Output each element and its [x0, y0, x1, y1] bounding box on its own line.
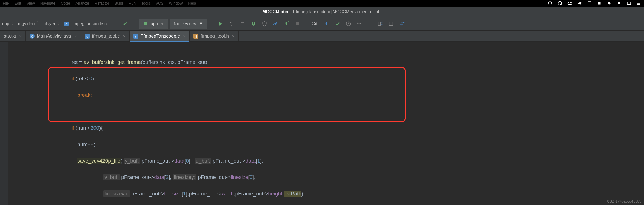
tab-ffmpeg-tool-h[interactable]: H ffmpeg_tool.h × — [190, 31, 238, 41]
svg-rect-8 — [296, 22, 299, 25]
svg-text:c: c — [65, 22, 67, 25]
git-rollback-icon[interactable] — [355, 20, 363, 28]
tab-label: MainActivity.java — [37, 33, 71, 39]
breadcrumb-item[interactable]: mgvideo — [18, 21, 35, 26]
tab-ffmpegtanscode-c[interactable]: c FfmpegTanscode.c × — [130, 31, 190, 41]
tab-sts-txt[interactable]: sts.txt × — [0, 31, 26, 41]
status-icon — [636, 1, 641, 6]
c-file-icon: c — [85, 34, 90, 39]
svg-point-12 — [403, 22, 404, 23]
close-icon[interactable]: × — [19, 34, 22, 38]
tab-label: ffmpeg_tool.c — [92, 33, 120, 39]
git-commit-icon[interactable] — [333, 20, 341, 28]
titlebar-text: MGCCMedia – FfmpegTanscode.c [MGCCMedia.… — [262, 9, 382, 14]
device-selector[interactable]: No Devices ▼ — [170, 19, 207, 29]
watermark: CSDN @baoyu45585 — [607, 199, 641, 203]
tab-label: ffmpeg_tool.h — [201, 33, 229, 39]
device-label: No Devices — [174, 21, 196, 26]
svg-point-0 — [548, 2, 552, 5]
h-file-icon: H — [193, 34, 198, 39]
cloud-icon[interactable] — [567, 1, 572, 6]
stop-icon[interactable] — [293, 20, 301, 28]
tab-mainactivity[interactable]: C MainActivity.java × — [26, 31, 81, 41]
apply-changes-icon[interactable] — [227, 20, 236, 28]
svg-rect-1 — [588, 2, 591, 5]
attach-debugger-icon[interactable] — [282, 20, 290, 28]
menu-item[interactable]: Window — [169, 1, 183, 5]
menu-item[interactable]: Help — [188, 1, 196, 5]
code-line: num++; — [11, 140, 644, 149]
run-config-selector[interactable]: app ▼ — [139, 19, 168, 29]
code-line: ret = av_buffersink_get_frame(buffersink… — [11, 58, 644, 66]
menu-item[interactable]: Analyze — [76, 1, 89, 5]
main-toolbar: cpp〉 mgvideo〉 player〉 c FfmpegTanscode.c… — [0, 17, 644, 31]
sync-project-icon[interactable] — [398, 20, 406, 28]
status-icon — [607, 1, 612, 6]
menu-item[interactable]: View — [27, 1, 35, 5]
code-line: if (ret < 0) — [11, 75, 644, 83]
svg-text:C: C — [31, 35, 33, 38]
menu-item[interactable]: Code — [61, 1, 70, 5]
android-icon — [143, 21, 148, 26]
debug-icon[interactable] — [249, 20, 258, 28]
github-icon[interactable] — [557, 1, 562, 6]
toolbar-divider — [306, 20, 306, 28]
status-icon — [597, 1, 602, 6]
breadcrumb[interactable]: cpp〉 mgvideo〉 player〉 c FfmpegTanscode.c — [2, 21, 107, 27]
code-line: if (num<200){ — [11, 124, 644, 132]
window-titlebar: MGCCMedia – FfmpegTanscode.c [MGCCMedia.… — [0, 7, 644, 17]
menu-item[interactable]: Navigate — [40, 1, 55, 5]
build-icon[interactable] — [121, 20, 130, 28]
breadcrumb-item[interactable]: player — [43, 21, 55, 26]
breadcrumb-item[interactable]: FfmpegTanscode.c — [70, 21, 107, 26]
editor-gutter[interactable] — [0, 42, 8, 205]
svg-point-3 — [608, 2, 611, 5]
status-icon — [587, 1, 592, 6]
menu-item[interactable]: Build — [115, 1, 123, 5]
close-icon[interactable]: × — [232, 34, 235, 38]
c-file-icon: c — [133, 34, 138, 39]
tab-ffmpeg-tool-c[interactable]: c ffmpeg_tool.c × — [81, 31, 130, 41]
git-pull-icon[interactable] — [322, 20, 330, 28]
menu-item[interactable]: VCS — [156, 1, 164, 5]
svg-text:H: H — [195, 35, 197, 38]
svg-rect-5 — [627, 2, 631, 5]
code-line: v_buf: pFrame_out->data[2], linesizey: p… — [11, 173, 644, 181]
code-line — [11, 107, 644, 116]
close-icon[interactable]: × — [183, 34, 186, 38]
apply-code-changes-icon[interactable] — [238, 20, 247, 28]
chevron-down-icon: ▼ — [199, 21, 203, 26]
code-line: break; — [11, 91, 644, 99]
svg-rect-2 — [598, 2, 601, 5]
svg-text:c: c — [86, 35, 88, 38]
menu-item[interactable]: Tools — [141, 1, 150, 5]
menu-item[interactable]: Edit — [15, 1, 21, 5]
run-icon[interactable] — [216, 20, 225, 28]
tab-label: FfmpegTanscode.c — [141, 33, 180, 39]
git-history-icon[interactable] — [344, 20, 352, 28]
plane-icon[interactable] — [577, 1, 582, 6]
svg-rect-4 — [618, 2, 620, 4]
menu-item[interactable]: Run — [129, 1, 136, 5]
status-icon — [617, 1, 622, 6]
profiler-icon[interactable] — [271, 20, 280, 28]
menu-item[interactable]: Refactor — [95, 1, 109, 5]
menu-item[interactable]: File — [3, 1, 9, 5]
java-file-icon: C — [30, 34, 35, 39]
svg-text:c: c — [135, 35, 137, 38]
close-icon[interactable]: × — [123, 34, 126, 38]
sdk-manager-icon[interactable] — [387, 20, 395, 28]
editor-tabs: sts.txt × C MainActivity.java × c ffmpeg… — [0, 31, 644, 42]
status-icon — [626, 1, 631, 6]
system-menubar: File Edit View Navigate Code Analyze Ref… — [0, 0, 644, 7]
status-icon — [548, 1, 552, 6]
run-config-label: app — [151, 21, 158, 26]
close-icon[interactable]: × — [75, 34, 77, 38]
coverage-icon[interactable] — [260, 20, 269, 28]
chevron-down-icon: ▼ — [161, 22, 164, 25]
svg-rect-10 — [378, 22, 381, 25]
code-line: linesizevu: pFrame_out->linesize[1],pFra… — [11, 190, 644, 198]
code-editor[interactable]: ret = av_buffersink_get_frame(buffersink… — [0, 42, 644, 205]
avd-manager-icon[interactable] — [376, 20, 384, 28]
breadcrumb-item[interactable]: cpp — [2, 21, 9, 26]
